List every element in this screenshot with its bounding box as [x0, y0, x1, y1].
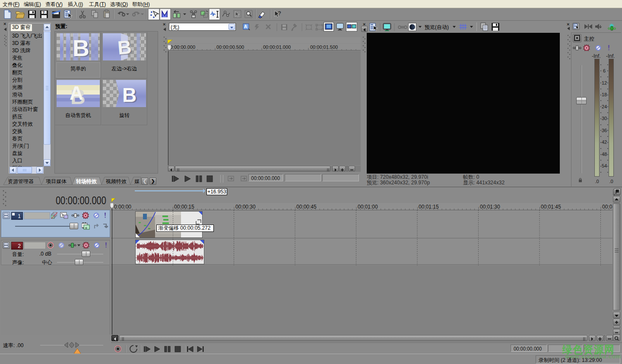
svg-text:?: ?: [278, 10, 281, 16]
svg-text:B: B: [122, 84, 136, 106]
svg-text:A: A: [244, 24, 247, 29]
svg-text:B: B: [117, 36, 132, 59]
svg-text:B: B: [73, 35, 89, 60]
svg-text:α: α: [85, 226, 87, 230]
svg-text:?: ?: [42, 10, 45, 15]
svg-text:A: A: [70, 82, 83, 104]
